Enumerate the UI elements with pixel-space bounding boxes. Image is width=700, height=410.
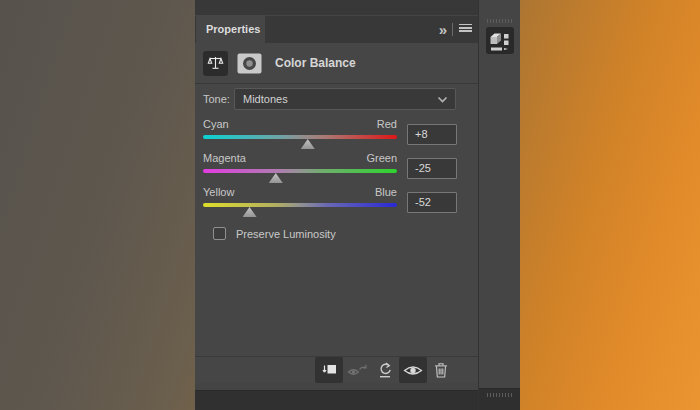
slider-track[interactable]: [203, 169, 397, 173]
chevron-down-icon: [437, 96, 448, 103]
panel-below: [195, 391, 478, 410]
slider-right-label: Red: [377, 118, 397, 130]
slider-left-label: Cyan: [203, 118, 229, 130]
preserve-luminosity-row: Preserve Luminosity: [213, 227, 336, 240]
slider-right-label: Green: [366, 152, 397, 164]
tab-properties[interactable]: Properties: [196, 15, 265, 43]
slider-left-label: Yellow: [203, 186, 234, 198]
tabbar-separator: [452, 23, 453, 36]
preserve-luminosity-checkbox[interactable]: [213, 227, 226, 240]
panel-menu-button[interactable]: [459, 24, 472, 34]
slider-track[interactable]: [203, 135, 397, 139]
dock-grip-bottom[interactable]: [487, 393, 513, 397]
mask-thumbnail-button[interactable]: [237, 53, 262, 74]
photoshop-workspace: { "panel": { "tab_label": "Properties", …: [0, 0, 700, 410]
preserve-luminosity-label: Preserve Luminosity: [236, 228, 336, 240]
slider-track[interactable]: [203, 203, 397, 207]
tone-select[interactable]: Midtones: [234, 88, 456, 110]
collapsed-dock-bottom: [479, 388, 520, 410]
clip-to-layer-icon: [322, 363, 337, 377]
slider-left-label: Magenta: [203, 152, 246, 164]
color-balance-slider-row: Cyan Red +8: [195, 116, 478, 150]
view-previous-state-button[interactable]: [343, 357, 371, 383]
collapse-panel-button[interactable]: »: [439, 22, 446, 37]
panel-dock: Properties »: [195, 0, 520, 410]
collapsed-panel-button[interactable]: [486, 27, 514, 54]
visibility-toggle-button[interactable]: [399, 357, 427, 383]
slider-thumb[interactable]: [269, 173, 283, 183]
panel-title: Color Balance: [275, 56, 356, 70]
adjustment-controls-button[interactable]: [203, 51, 228, 76]
color-balance-slider-row: Yellow Blue -52: [195, 184, 478, 218]
slider-right-label: Blue: [375, 186, 397, 198]
view-previous-state-icon: [347, 363, 368, 378]
adjustment-header: Color Balance: [195, 43, 478, 84]
tabbar-controls: »: [439, 15, 472, 43]
panel-dock-strip: [478, 0, 520, 410]
3d-cube-panel-icon: [487, 30, 513, 52]
mask-icon: [237, 53, 262, 74]
slider-group: Cyan Red +8 Magenta Green -25 Yellow Blu…: [195, 116, 478, 218]
tone-selected-value: Midtones: [235, 93, 437, 105]
delete-button[interactable]: [427, 357, 455, 383]
panel-bottom-edge[interactable]: [195, 383, 478, 391]
color-balance-slider-row: Magenta Green -25: [195, 150, 478, 184]
slider-value-input[interactable]: -25: [407, 158, 457, 179]
tone-label: Tone:: [203, 88, 230, 110]
panel-footer-toolbar: [195, 356, 478, 383]
reset-button[interactable]: [371, 357, 399, 383]
slider-thumb[interactable]: [243, 207, 257, 217]
clip-to-layer-button[interactable]: [315, 357, 343, 383]
slider-value-input[interactable]: -52: [407, 192, 457, 213]
dock-grip[interactable]: [487, 19, 513, 23]
reset-icon: [377, 362, 393, 378]
properties-panel: Properties »: [195, 0, 478, 391]
slider-value-input[interactable]: +8: [407, 124, 457, 145]
slider-thumb[interactable]: [301, 139, 315, 149]
delete-adjustment-trash-icon: [434, 362, 448, 378]
toggle-visibility-eye-icon: [403, 364, 423, 377]
scales-icon: [207, 55, 224, 72]
